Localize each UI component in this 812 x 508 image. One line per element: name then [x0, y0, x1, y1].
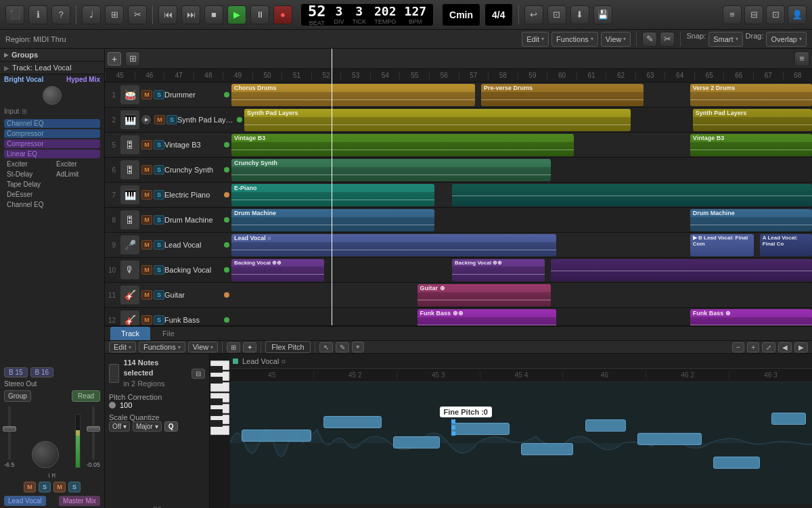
- bus-b16[interactable]: B 16: [30, 367, 54, 377]
- track-regions-1[interactable]: Chorus Drums Pre-verse Drums Verse 2 Dru…: [231, 83, 812, 107]
- scale-off-select[interactable]: Off ▾: [109, 421, 130, 432]
- region-crunchy[interactable]: Crunchy Synth: [231, 159, 551, 181]
- track-solo-12[interactable]: S: [154, 315, 164, 325]
- pitch-note-1[interactable]: [242, 430, 311, 442]
- pitch-note-2[interactable]: [323, 416, 382, 428]
- record-btn[interactable]: ●: [273, 5, 292, 24]
- settings-btn[interactable]: 👤: [788, 5, 807, 24]
- flex-pitch-select[interactable]: Flex Pitch: [265, 341, 310, 353]
- cut-btn[interactable]: ✂: [128, 5, 147, 24]
- track-solo-1[interactable]: S: [154, 90, 164, 99]
- track-regions-9[interactable]: Lead Vocal ○ ▶ B Lead Vocal: Final Com A…: [231, 233, 812, 257]
- track-mute-11[interactable]: M: [141, 290, 152, 300]
- zoom-out-btn[interactable]: −: [732, 342, 744, 352]
- mute-btn2[interactable]: M: [53, 482, 66, 492]
- channel-name-badge[interactable]: Lead Vocal: [4, 496, 46, 506]
- info-btn[interactable]: ℹ: [28, 5, 47, 24]
- plugin-st-delay[interactable]: St-Delay: [4, 170, 51, 179]
- region-backing1[interactable]: Backing Vocal ⊕⊕: [231, 259, 324, 281]
- scroll-right-btn[interactable]: ▶: [794, 342, 808, 352]
- solo-btn2[interactable]: S: [68, 482, 81, 492]
- plugin-channel-eq[interactable]: Channel EQ: [4, 119, 100, 128]
- fader-track-left[interactable]: [8, 406, 11, 460]
- edit-menu[interactable]: Edit▾: [522, 32, 549, 47]
- plugin-exciter1[interactable]: Exciter: [4, 160, 51, 168]
- track-mute-5[interactable]: M: [141, 140, 152, 149]
- track-list-btn[interactable]: ≡: [794, 51, 809, 66]
- region-epiano[interactable]: E-Piano: [231, 184, 434, 206]
- bus-b15[interactable]: B 15: [4, 367, 28, 377]
- pencil-tool[interactable]: ✎: [642, 32, 657, 47]
- region-b3-1[interactable]: Vintage B3: [231, 134, 574, 156]
- plugin-adlimit[interactable]: AdLimit: [53, 170, 100, 179]
- add-track-btn[interactable]: +: [108, 52, 121, 66]
- pitch-note-7[interactable]: [637, 433, 702, 445]
- track-regions-6[interactable]: Crunchy Synth: [231, 158, 812, 182]
- flex-mode-btn[interactable]: ⊞: [227, 342, 240, 352]
- plugin-linear-eq[interactable]: Linear EQ: [4, 149, 100, 158]
- region-funk2[interactable]: Funk Bass ⊕: [690, 309, 812, 325]
- fader-thumb-left[interactable]: [3, 426, 16, 432]
- track-solo-5[interactable]: S: [154, 140, 164, 149]
- time-sig-display[interactable]: 4/4: [484, 3, 512, 26]
- region-lead-vocal2[interactable]: ▶ B Lead Vocal: Final Com: [690, 234, 754, 256]
- track-regions-11[interactable]: Guitar ⊕: [231, 283, 812, 307]
- track-solo-2[interactable]: S: [166, 115, 177, 124]
- pitch-correction-knob[interactable]: [109, 402, 116, 409]
- region-chorus-drums[interactable]: Chorus Drums: [231, 84, 475, 106]
- track-solo-10[interactable]: S: [154, 265, 164, 275]
- pitch-notes-canvas[interactable]: Fine Pitch :0: [230, 382, 812, 504]
- zoom-in-btn[interactable]: +: [747, 342, 759, 352]
- region-toggle-btn[interactable]: ⊟: [191, 369, 205, 379]
- track-regions-10[interactable]: Backing Vocal ⊕⊕ Backing Vocal ⊕⊕: [231, 258, 812, 282]
- pitch-note-8[interactable]: [713, 457, 760, 469]
- track-mute-6[interactable]: M: [141, 165, 152, 175]
- cursor-tool[interactable]: ↖: [319, 342, 333, 352]
- pitch-note-3[interactable]: [393, 436, 440, 448]
- region-epiano2[interactable]: [452, 184, 812, 206]
- pan-knob[interactable]: [32, 441, 59, 468]
- track-mute-9[interactable]: M: [141, 240, 152, 250]
- ff-btn[interactable]: ⏭: [181, 5, 200, 24]
- download-btn[interactable]: ⬇: [570, 5, 589, 24]
- mute-btn[interactable]: M: [24, 482, 36, 492]
- help-btn[interactable]: ?: [51, 5, 70, 24]
- region-drum-machine1[interactable]: Drum Machine: [231, 209, 434, 231]
- region-preverse[interactable]: Pre-verse Drums: [481, 84, 644, 106]
- track-mute-2[interactable]: M: [154, 115, 165, 124]
- tab-track[interactable]: Track: [110, 327, 150, 340]
- editor-functions-menu[interactable]: Functions▾: [139, 342, 185, 352]
- track-mute-8[interactable]: M: [141, 215, 152, 225]
- region-verse2[interactable]: Verse 2 Drums: [690, 84, 812, 106]
- region-synth1[interactable]: Synth Pad Layers: [244, 109, 631, 131]
- main-knob[interactable]: [43, 86, 62, 105]
- plugin-compressor2[interactable]: Compressor: [4, 139, 100, 148]
- region-backing2[interactable]: Backing Vocal ⊕⊕: [452, 259, 545, 281]
- track-solo-8[interactable]: S: [154, 215, 164, 225]
- zoom-tool[interactable]: ⌖: [352, 342, 364, 352]
- mixer-btn[interactable]: ≡: [723, 5, 742, 24]
- track-mute-7[interactable]: M: [141, 190, 152, 200]
- preset2-label[interactable]: Hyped Mix: [66, 76, 100, 83]
- scissors-tool[interactable]: ✂: [660, 32, 675, 47]
- track-solo-9[interactable]: S: [154, 240, 164, 250]
- track-settings-btn[interactable]: ⊞: [125, 51, 140, 66]
- group-btn[interactable]: Group: [4, 390, 31, 402]
- auto-btn[interactable]: Read: [72, 390, 100, 402]
- track-solo-6[interactable]: S: [154, 165, 164, 175]
- pitch-note-4[interactable]: [451, 423, 510, 435]
- fader-track-right[interactable]: [92, 406, 95, 460]
- scale-q-btn[interactable]: Q: [164, 421, 178, 432]
- region-guitar[interactable]: Guitar ⊕: [418, 284, 551, 306]
- undo-btn[interactable]: ↩: [524, 5, 543, 24]
- scroll-left-btn[interactable]: ◀: [778, 342, 792, 352]
- flex-pitch-area[interactable]: Lead Vocal ○ 45 45 2 45 3 45 4 46 46 2 4…: [230, 354, 812, 508]
- track-regions-2[interactable]: Synth Pad Layers Synth Pad Layers: [244, 108, 812, 132]
- region-backing3[interactable]: [551, 259, 812, 281]
- pitch-note-5[interactable]: [521, 443, 573, 455]
- track-mute-12[interactable]: M: [141, 315, 152, 325]
- redo-btn[interactable]: ⊡: [547, 5, 566, 24]
- fit-btn[interactable]: ⤢: [762, 342, 775, 352]
- browser-btn[interactable]: ⊟: [744, 5, 763, 24]
- key-display[interactable]: Cmin: [442, 3, 480, 26]
